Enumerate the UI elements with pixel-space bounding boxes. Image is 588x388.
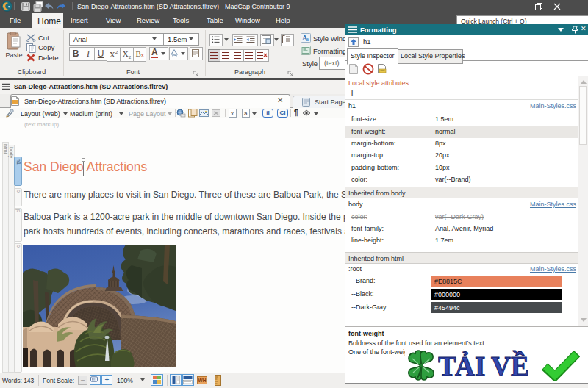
svg-text:Ả: Ả	[455, 351, 475, 381]
svg-text:x: x	[231, 110, 234, 117]
svg-text:Ề: Ề	[511, 351, 529, 381]
svg-text:T: T	[438, 351, 456, 381]
svg-text:a: a	[306, 36, 309, 43]
svg-text:V: V	[491, 351, 511, 381]
svg-text:WH: WH	[198, 378, 207, 383]
svg-text:I: I	[475, 351, 485, 381]
svg-text:a: a	[244, 110, 248, 117]
